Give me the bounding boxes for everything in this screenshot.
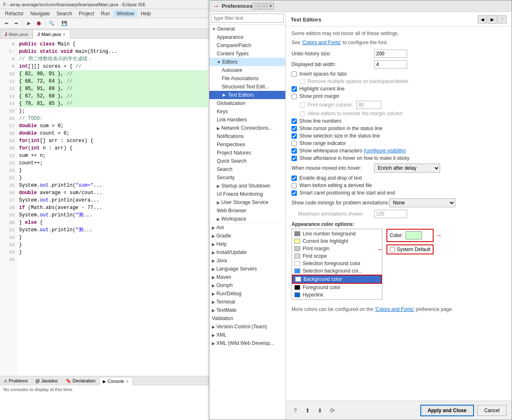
apply-close-btn[interactable]: Apply and Close bbox=[420, 405, 474, 416]
nav-terminal[interactable]: ▶Terminal bbox=[209, 298, 285, 306]
print-margin-col-check[interactable] bbox=[300, 102, 305, 108]
tab-main-java-2[interactable]: J Main.java ✕ bbox=[33, 30, 70, 39]
colors-fonts-link-2[interactable]: 'Colors and Fonts' bbox=[375, 306, 414, 312]
pref-filter-input[interactable] bbox=[211, 14, 284, 23]
nav-globalization[interactable]: Globalization bbox=[209, 99, 285, 107]
nav-web-browser[interactable]: Web Browser bbox=[209, 206, 285, 215]
toolbar-save[interactable]: 💾 bbox=[60, 19, 69, 28]
color-item-print-margin[interactable]: Print margin bbox=[292, 245, 382, 252]
toolbar-back[interactable]: ⬅ bbox=[2, 19, 11, 28]
drag-drop-check[interactable] bbox=[292, 176, 297, 181]
cancel-btn[interactable]: Cancel bbox=[477, 405, 507, 416]
nav-gradle[interactable]: ▶Gradle bbox=[209, 232, 285, 240]
nav-struct-text[interactable]: Structured Text Edit... bbox=[209, 83, 285, 91]
override-margin-check[interactable] bbox=[300, 111, 305, 116]
nav-search[interactable]: Search bbox=[209, 165, 285, 173]
configure-visibility-link[interactable]: (configure visibility) bbox=[364, 148, 406, 154]
system-default-check[interactable] bbox=[390, 247, 395, 252]
toolbar-search[interactable]: 🔍 bbox=[47, 19, 56, 28]
nav-file-assoc[interactable]: File Associations bbox=[209, 74, 285, 83]
tab-javadoc[interactable]: @ Javadoc bbox=[31, 377, 62, 385]
nav-text-editors[interactable]: ► Text Editors bbox=[209, 91, 285, 99]
nav-compare-patch[interactable]: Compare/Patch bbox=[209, 41, 285, 50]
tab-console[interactable]: ▶ Console ✕ bbox=[99, 377, 132, 385]
hover-select[interactable]: Enrich after delay Immediately Never bbox=[374, 164, 440, 173]
pref-minimize-btn[interactable]: ─ bbox=[252, 3, 259, 9]
color-item-sel-bg[interactable]: Selection background col... bbox=[292, 267, 382, 275]
pref-forward-btn[interactable]: ▶ bbox=[488, 15, 497, 24]
toolbar-debug[interactable]: 🐞 bbox=[34, 19, 43, 28]
nav-content-types[interactable]: Content Types bbox=[209, 50, 285, 58]
nav-perspectives[interactable]: Perspectives bbox=[209, 140, 285, 149]
toolbar-run[interactable]: ▶ bbox=[24, 19, 33, 28]
nav-startup-shutdown[interactable]: ▶Startup and Shutdown bbox=[209, 182, 285, 190]
nav-notifications[interactable]: Notifications bbox=[209, 132, 285, 140]
print-margin-col-input[interactable] bbox=[356, 101, 381, 109]
code-minings-select[interactable]: None Warning Error bbox=[389, 198, 455, 207]
menu-window[interactable]: Window bbox=[113, 10, 137, 17]
tab-main-java-1[interactable]: J Main.java bbox=[0, 29, 33, 38]
color-item-current-line[interactable]: Current line highlight bbox=[292, 237, 382, 245]
color-item-sel-fg[interactable]: Selection foreground color bbox=[292, 260, 382, 267]
nav-java[interactable]: ▶Java bbox=[209, 256, 285, 265]
insert-spaces-check[interactable] bbox=[292, 71, 297, 77]
menu-project[interactable]: Project bbox=[76, 10, 97, 17]
pref-help-btn[interactable]: ? bbox=[291, 406, 300, 415]
nav-install-update[interactable]: ▶Install/Update bbox=[209, 248, 285, 256]
show-affordance-check[interactable] bbox=[292, 156, 297, 161]
nav-ui-freeze[interactable]: UI Freeze Monitoring bbox=[209, 190, 285, 198]
tab-declaration[interactable]: 🔖 Declaration bbox=[62, 377, 100, 385]
colors-fonts-link-1[interactable]: 'Colors and Fonts' bbox=[302, 40, 341, 45]
color-item-find-scope[interactable]: Find scope bbox=[292, 252, 382, 260]
show-line-nums-check[interactable] bbox=[292, 119, 297, 124]
menu-help[interactable]: Help bbox=[137, 10, 154, 17]
nav-xml[interactable]: ▶XML bbox=[209, 331, 285, 339]
pref-menu-btn[interactable]: ⋮ bbox=[498, 15, 507, 24]
highlight-line-check[interactable] bbox=[292, 86, 297, 92]
tab-width-input[interactable] bbox=[374, 60, 407, 69]
code-editor[interactable]: 6 7- 8 9 10 11 12 13 14 15 16 17 18 19 2… bbox=[0, 39, 210, 376]
nav-editors[interactable]: ▼ Editors bbox=[209, 58, 285, 66]
nav-security[interactable]: Security bbox=[209, 173, 285, 182]
menu-navigate[interactable]: Navigate bbox=[27, 10, 53, 17]
nav-oomph[interactable]: ▶Oomph bbox=[209, 281, 285, 289]
smart-caret-check[interactable] bbox=[292, 190, 297, 196]
nav-network-conn[interactable]: ▶Network Connections... bbox=[209, 124, 285, 132]
pref-import-btn[interactable]: ⬇ bbox=[315, 406, 325, 415]
show-range-check[interactable] bbox=[292, 141, 297, 146]
nav-maven[interactable]: ▶Maven bbox=[209, 273, 285, 281]
console-close[interactable]: ✕ bbox=[126, 379, 129, 384]
pref-back-btn[interactable]: ◀ bbox=[478, 15, 487, 24]
nav-autosave[interactable]: Autosave bbox=[209, 66, 285, 74]
nav-help[interactable]: ▶Help bbox=[209, 240, 285, 248]
menu-search[interactable]: Search bbox=[53, 10, 76, 17]
nav-version-control[interactable]: ▶Version Control (Team) bbox=[209, 323, 285, 331]
pref-defaults-btn[interactable]: ⟳ bbox=[328, 406, 337, 415]
tab-problems[interactable]: ⚠ Problems bbox=[0, 377, 31, 385]
nav-keys[interactable]: Keys bbox=[209, 107, 285, 116]
print-margin-check[interactable] bbox=[292, 94, 297, 99]
nav-quick-search[interactable]: Quick Search bbox=[209, 157, 285, 165]
nav-general[interactable]: ▼ General bbox=[209, 25, 285, 33]
menu-refactor[interactable]: Refactor bbox=[2, 10, 27, 17]
toolbar-forward[interactable]: ➡ bbox=[12, 19, 21, 28]
nav-language-servers[interactable]: ▶Language Servers bbox=[209, 265, 285, 273]
show-cursor-check[interactable] bbox=[292, 126, 297, 131]
nav-run-debug[interactable]: ▶Run/Debug bbox=[209, 289, 285, 298]
undo-history-input[interactable] bbox=[374, 50, 407, 58]
show-whitespace-check[interactable] bbox=[292, 148, 297, 154]
color-item-bg[interactable]: Background color bbox=[292, 275, 382, 284]
menu-run[interactable]: Run bbox=[97, 10, 113, 17]
color-item-hyperlink[interactable]: Hyperlink bbox=[292, 291, 382, 299]
nav-link-handlers[interactable]: Link Handlers bbox=[209, 116, 285, 124]
nav-xml-web[interactable]: ▶XML (Wild Web Develop... bbox=[209, 339, 285, 347]
show-selection-check[interactable] bbox=[292, 133, 297, 139]
nav-textmate[interactable]: ▶TextMate bbox=[209, 306, 285, 314]
tab-close-btn[interactable]: ✕ bbox=[62, 32, 66, 37]
nav-user-storage[interactable]: ▶User Storage Service bbox=[209, 198, 285, 206]
nav-validation[interactable]: Validation bbox=[209, 314, 285, 323]
color-item-line-fg[interactable]: Line number foreground bbox=[292, 230, 382, 237]
pref-export-btn[interactable]: ⬆ bbox=[303, 406, 312, 415]
nav-appearance[interactable]: Appearance bbox=[209, 33, 285, 41]
color-item-fg[interactable]: Foreground color bbox=[292, 284, 382, 291]
